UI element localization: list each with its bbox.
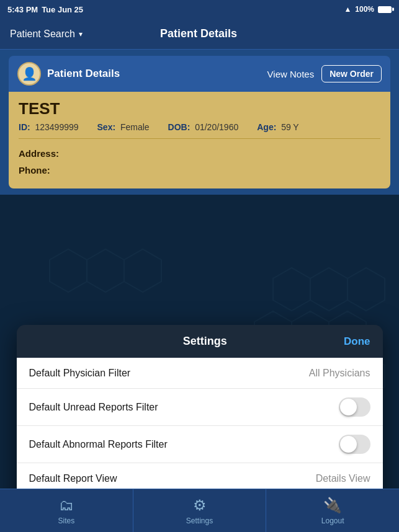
- tab-sites-label: Sites: [58, 516, 74, 525]
- settings-icon: ⚙: [193, 497, 207, 514]
- patient-avatar: 👤: [17, 62, 41, 86]
- patient-address-row: Address: Phone:: [19, 145, 380, 179]
- settings-label-abnormal-filter: Default Abnormal Reports Filter: [29, 439, 168, 450]
- patient-card-header-left: 👤 Patient Details: [17, 62, 120, 86]
- battery-icon: [378, 6, 392, 13]
- tab-settings-label: Settings: [186, 516, 213, 525]
- settings-label-unread-filter: Default Unread Reports Filter: [29, 402, 158, 413]
- status-date: Tue Jun 25: [42, 5, 83, 14]
- nav-bar: Patient Search ▾ Patient Details: [0, 19, 399, 50]
- tab-logout[interactable]: 🔌 Logout: [266, 489, 399, 532]
- toggle-knob-abnormal-filter: [340, 436, 357, 453]
- settings-item-unread-filter[interactable]: Default Unread Reports Filter: [17, 389, 383, 426]
- patient-dob: DOB: 01/20/1960: [168, 122, 239, 132]
- tab-sites[interactable]: 🗂 Sites: [0, 489, 133, 532]
- settings-item-physician-filter[interactable]: Default Physician Filter All Physicians: [17, 358, 383, 389]
- new-order-button[interactable]: New Order: [321, 65, 382, 82]
- patient-card-actions: View Notes New Order: [267, 65, 382, 82]
- patient-details-row: ID: 123499999 Sex: Female DOB: 01/20/196…: [19, 122, 380, 139]
- patient-name: TEST: [19, 99, 380, 118]
- patient-search-nav-label[interactable]: Patient Search: [10, 29, 75, 40]
- tab-bar: 🗂 Sites ⚙ Settings 🔌 Logout: [0, 489, 399, 532]
- settings-done-button[interactable]: Done: [344, 335, 370, 348]
- patient-card-title: Patient Details: [47, 68, 120, 80]
- nav-chevron-icon: ▾: [79, 30, 83, 38]
- tab-logout-label: Logout: [321, 516, 344, 525]
- settings-item-abnormal-filter[interactable]: Default Abnormal Reports Filter: [17, 426, 383, 463]
- status-bar-right: ▲ 100%: [344, 5, 392, 14]
- settings-label-report-view: Default Report View: [29, 473, 117, 484]
- patient-sex: Sex: Female: [97, 122, 150, 132]
- toggle-knob-unread-filter: [340, 399, 357, 415]
- patient-card-header: 👤 Patient Details View Notes New Order: [9, 56, 390, 92]
- wifi-icon: ▲: [344, 5, 351, 14]
- toggle-unread-filter[interactable]: [339, 397, 370, 417]
- settings-header: Settings Done: [17, 325, 383, 358]
- view-notes-button[interactable]: View Notes: [267, 69, 315, 79]
- battery-level: 100%: [355, 5, 374, 14]
- toggle-abnormal-filter[interactable]: [339, 435, 370, 454]
- status-time: 5:43 PM: [7, 5, 38, 14]
- nav-center-title: Patient Details: [160, 27, 237, 40]
- settings-label-physician-filter: Default Physician Filter: [29, 368, 131, 379]
- nav-left[interactable]: Patient Search ▾: [10, 29, 83, 40]
- patient-area: 👤 Patient Details View Notes New Order T…: [0, 50, 399, 195]
- tab-settings[interactable]: ⚙ Settings: [133, 489, 267, 532]
- content-area: Settings Done Default Physician Filter A…: [0, 195, 399, 532]
- patient-age: Age: 59 Y: [257, 122, 298, 132]
- patient-info-body: TEST ID: 123499999 Sex: Female DOB: 01/2…: [9, 92, 390, 188]
- status-bar: 5:43 PM Tue Jun 25 ▲ 100%: [0, 0, 399, 19]
- settings-value-physician-filter: All Physicians: [309, 368, 370, 379]
- patient-id: ID: 123499999: [19, 122, 79, 132]
- settings-value-report-view: Details View: [316, 473, 370, 484]
- logout-icon: 🔌: [323, 497, 342, 514]
- status-bar-left: 5:43 PM Tue Jun 25: [7, 5, 83, 14]
- modal-overlay: Settings Done Default Physician Filter A…: [0, 195, 399, 532]
- sites-icon: 🗂: [59, 497, 74, 514]
- settings-modal-title: Settings: [66, 335, 344, 348]
